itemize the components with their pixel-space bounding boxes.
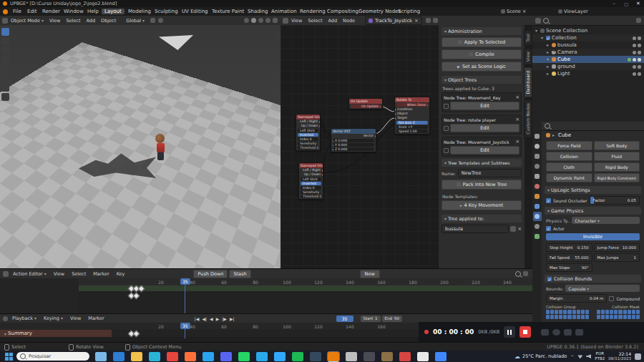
eye-icon[interactable] — [633, 65, 636, 69]
viewport-menu-select[interactable]: Select — [63, 18, 83, 24]
compound-checkbox[interactable] — [609, 296, 614, 301]
timeline-menu-playback[interactable]: Playback — [9, 315, 39, 321]
physics-cloth-button[interactable]: Cloth — [546, 162, 592, 172]
taskbar-app-icon-explorer[interactable] — [131, 352, 142, 361]
invisible-toggle[interactable]: Invisible — [546, 233, 640, 240]
eye-icon[interactable] — [633, 36, 636, 40]
render-camera-icon[interactable] — [638, 44, 641, 47]
collision-layer-cell[interactable] — [623, 315, 627, 319]
render-camera-icon[interactable] — [638, 58, 641, 62]
compile-button[interactable]: Compile — [441, 49, 522, 59]
pause-button[interactable] — [504, 326, 515, 338]
node-menu-select[interactable]: Select — [305, 18, 325, 24]
node-gamepad-sticks-2[interactable]: Gamepad Sticks Left / Right Up / Down Le… — [298, 162, 323, 200]
node-rotate-to[interactable]: Rotate To When Done Condition Object Tar… — [394, 97, 430, 134]
rendered-shading-icon[interactable] — [265, 18, 270, 23]
node-dropdown-rot-axis[interactable]: Rot Axis Z — [396, 121, 428, 124]
eye-icon[interactable] — [633, 72, 636, 76]
disclosure-icon[interactable] — [547, 49, 550, 55]
disclosure-icon[interactable] — [541, 35, 545, 41]
collision-layer-cell[interactable] — [546, 310, 550, 314]
start-frame-field[interactable]: Start1 — [361, 315, 381, 322]
taskbar-app-icon-vscode[interactable] — [203, 352, 214, 361]
edit-tree-button[interactable]: Edit — [450, 146, 519, 155]
node-field-y[interactable]: Y 0.000 — [333, 143, 374, 147]
collision-layer-cell[interactable] — [618, 315, 622, 319]
max-jumps-field[interactable]: Max Jumps1 — [594, 253, 640, 262]
recorder-settings-icon[interactable] — [575, 329, 583, 336]
physics-rigid-body-button[interactable]: Rigid Body — [594, 162, 640, 172]
keyframe-diamond[interactable] — [133, 293, 140, 300]
view-layer-selector[interactable]: ViewLayer — [558, 8, 588, 15]
language-indicator[interactable]: POR PTB2 — [595, 351, 605, 361]
taskbar-app-icon-whatsapp[interactable] — [238, 352, 250, 361]
maximize-button[interactable]: ▢ — [620, 0, 632, 7]
sidebar-tab-custom-nodes[interactable]: Custom Nodes — [524, 99, 532, 138]
collision-layer-cell[interactable] — [628, 315, 631, 319]
editor-type-icon[interactable] — [3, 316, 8, 321]
collision-layer-cell[interactable] — [610, 310, 613, 314]
outliner-row-collection[interactable]: Collection — [532, 34, 644, 41]
node-field-threshold[interactable]: Threshold 0.100 — [298, 146, 318, 150]
collision-layer-cell[interactable] — [581, 310, 585, 314]
collision-layer-cell[interactable] — [618, 310, 622, 314]
collection-checkbox[interactable] — [546, 36, 550, 40]
new-action-button[interactable]: New — [360, 270, 380, 278]
search-icon[interactable] — [543, 18, 549, 24]
volume-icon[interactable] — [586, 354, 591, 359]
taskbar-app-icon-edge[interactable] — [149, 352, 160, 361]
filter-funnel-icon[interactable] — [523, 271, 528, 276]
wifi-icon[interactable] — [577, 354, 582, 359]
pack-into-new-tree-button[interactable]: Pack Into New Tree — [441, 180, 522, 190]
minimize-button[interactable]: – — [608, 0, 620, 7]
taskbar-app-icon-discord[interactable] — [220, 352, 232, 361]
taskbar-app-icon-firefox[interactable] — [185, 352, 196, 361]
push-down-button[interactable]: Push Down — [193, 270, 228, 278]
outliner-row-ground[interactable]: ground — [532, 63, 644, 70]
menu-edit[interactable]: Edit — [24, 9, 40, 14]
node-menu-view[interactable]: View — [288, 18, 305, 24]
logic-node-editor[interactable]: View Select Add Node TrackTo_Joystick Ga… — [280, 16, 533, 268]
select-box-tool[interactable] — [1, 28, 9, 36]
character[interactable] — [155, 134, 165, 162]
workspace-tab-animation[interactable]: Animation — [268, 9, 300, 14]
summary-label[interactable]: Summary — [0, 330, 112, 337]
measure-tool[interactable] — [1, 93, 9, 101]
scene-selector[interactable]: Scene — [501, 8, 527, 15]
outliner-row-scene-collection[interactable]: Scene Collection — [532, 27, 644, 34]
node-output-when-done[interactable]: When Done — [396, 103, 428, 107]
section-tree-applied-to[interactable]: Tree applied to: — [441, 215, 522, 222]
taskbar-app-icon-blender[interactable] — [328, 352, 339, 361]
clock[interactable]: 22:14 08/11/2023 — [608, 351, 631, 361]
collision-layer-cell[interactable] — [577, 310, 580, 314]
search-icon[interactable] — [545, 123, 550, 129]
collision-layer-cell[interactable] — [623, 310, 627, 314]
draw-icon[interactable] — [564, 329, 572, 336]
margin-field[interactable]: Margin0.04 m — [546, 294, 607, 303]
collision-layer-cell[interactable] — [636, 310, 640, 314]
set-scene-logic-button[interactable]: ▶Set as Scene Logic — [441, 62, 522, 72]
summary-channel-row[interactable]: Summary — [0, 330, 419, 337]
tree-toggle-checkbox[interactable] — [444, 148, 449, 153]
physics-force-field-button[interactable]: Force Field — [546, 141, 592, 150]
taskbar-app-icon-notion[interactable] — [417, 352, 429, 361]
collision-layer-cell[interactable] — [581, 315, 585, 319]
node-output-up-down[interactable]: Up / Down — [299, 172, 323, 177]
collision-layer-cell[interactable] — [585, 310, 589, 314]
taskbar-app-icon-task-view[interactable] — [95, 352, 107, 361]
eyedropper-icon[interactable] — [510, 226, 516, 232]
template-4-key-movement-button[interactable]: ▸4 Key Movement — [441, 200, 522, 210]
node-tree-unlink-icon[interactable] — [414, 18, 419, 24]
timeline-menu-marker[interactable]: Marker — [85, 315, 107, 321]
collision-layer-cell[interactable] — [563, 315, 567, 319]
node-field-x[interactable]: X 0.000 — [333, 139, 374, 142]
collision-layer-cell[interactable] — [632, 310, 635, 314]
collision-layer-cell[interactable] — [550, 310, 554, 314]
app-menu-icon[interactable] — [3, 9, 8, 14]
tab-constraints[interactable] — [533, 222, 542, 231]
node-input-target[interactable]: Target — [395, 116, 429, 120]
section-tree-templates[interactable]: Tree Templates and Subtrees — [441, 159, 522, 167]
dope-keyframe-area[interactable] — [79, 285, 532, 314]
webcam-icon[interactable] — [552, 329, 560, 336]
proportional-edit-icon[interactable] — [158, 18, 163, 23]
